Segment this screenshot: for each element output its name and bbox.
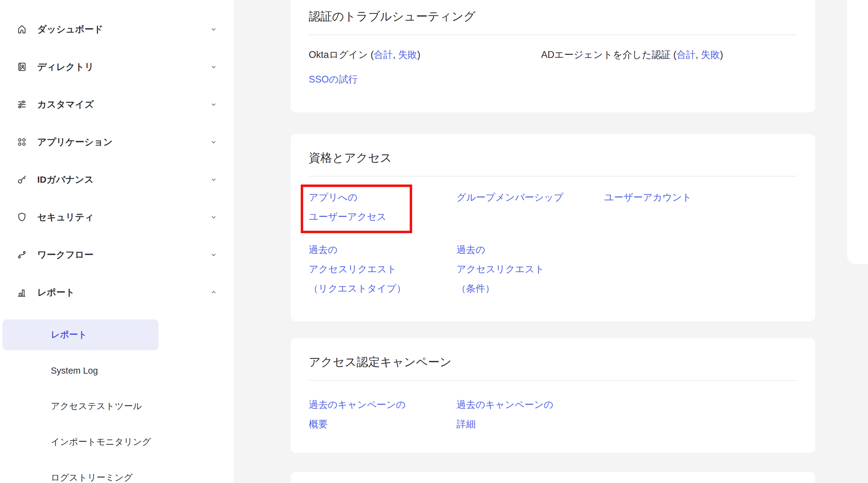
chevron-down-icon [209, 175, 218, 184]
apps-grid-icon [17, 137, 27, 147]
link-line: 過去のキャンペーンの [309, 395, 457, 414]
card-title-entitlements: 資格とアクセス [309, 134, 797, 165]
sidebar-item-dashboard[interactable]: ダッシュボード [0, 10, 234, 48]
sidebar-item-label: アプリケーション [37, 136, 113, 148]
separator: , [695, 49, 701, 60]
link-line: ユーザーアクセス [309, 207, 457, 226]
sidebar-item-label: ダッシュボード [37, 23, 103, 36]
okta-login-failed-link[interactable]: 失敗 [398, 49, 417, 60]
home-icon [17, 24, 27, 34]
sidebar-subitem-label: ログストリーミング [51, 472, 133, 483]
main-content: 認証のトラブルシューティング Oktaログイン (合計, 失敗) ADエージェン… [291, 0, 815, 483]
right-panel-clipped [847, 0, 868, 264]
link-line: （条件） [457, 279, 604, 298]
link-line: 過去のキャンペーンの [457, 395, 604, 414]
report-link-user-accounts[interactable]: ユーザーアカウント [604, 188, 752, 226]
workflow-icon [17, 250, 27, 260]
chevron-down-icon [209, 250, 218, 259]
sidebar-subitem-log-streaming[interactable]: ログストリーミング [0, 460, 234, 483]
sidebar-item-label: IDガバナンス [37, 173, 94, 186]
card-title-campaigns: アクセス認定キャンペーン [309, 338, 797, 369]
sidebar-item-applications[interactable]: アプリケーション [0, 123, 234, 161]
link-line: （リクエストタイプ） [309, 279, 457, 298]
paren-close: ) [417, 49, 421, 60]
governance-key-icon [17, 174, 27, 185]
sidebar-item-label: カスタマイズ [37, 98, 94, 111]
report-link-past-campaign-summary[interactable]: 過去のキャンペーンの 概要 [309, 395, 457, 434]
sidebar-subitem-reports[interactable]: レポート [2, 319, 158, 350]
card-entitlements-access: 資格とアクセス アプリへの ユーザーアクセス グループメンバーシップ ユーザーア… [291, 134, 815, 321]
divider [309, 176, 797, 176]
customize-sliders-icon [17, 99, 27, 110]
report-link-group-membership[interactable]: グループメンバーシップ [457, 188, 604, 226]
ad-agent-auth-report: ADエージェントを介した認証 (合計, 失敗) [541, 48, 723, 62]
card-title-auth: 認証のトラブルシューティング [309, 0, 797, 23]
security-shield-icon [17, 212, 27, 222]
okta-login-total-link[interactable]: 合計 [374, 49, 393, 60]
okta-login-report: Oktaログイン (合計, 失敗) [309, 48, 541, 62]
card-access-certification-campaigns: アクセス認定キャンペーン 過去のキャンペーンの 概要 過去のキャンペーンの 詳細 [291, 338, 815, 453]
sidebar-item-security[interactable]: セキュリティ [0, 198, 234, 236]
report-link-past-access-requests-by-type[interactable]: 過去の アクセスリクエスト （リクエストタイプ） [309, 240, 457, 298]
chevron-down-icon [209, 25, 218, 34]
sidebar-subitem-access-testing-tool[interactable]: アクセステストツール [0, 389, 234, 424]
chevron-up-icon [209, 288, 218, 297]
sidebar-item-customize[interactable]: カスタマイズ [0, 86, 234, 123]
card-clipped-bottom [291, 472, 815, 483]
sidebar-subitem-import-monitoring[interactable]: インポートモニタリング [0, 424, 234, 460]
sidebar-subitem-label: アクセステストツール [51, 400, 142, 413]
report-link-past-access-requests-by-condition[interactable]: 過去の アクセスリクエスト （条件） [457, 240, 604, 298]
divider [309, 34, 797, 35]
chevron-down-icon [209, 212, 218, 222]
sidebar-subitem-label: System Log [51, 366, 98, 376]
sidebar-item-identity-governance[interactable]: IDガバナンス [0, 161, 234, 198]
sidebar: ダッシュボード ディレクトリ カスタマイズ [0, 0, 234, 483]
link-line: グループメンバーシップ [457, 188, 604, 207]
directory-icon [17, 62, 27, 72]
sidebar-item-label: ディレクトリ [37, 61, 94, 73]
link-line: 過去の [309, 240, 457, 259]
separator: , [393, 49, 398, 60]
link-line: アクセスリクエスト [309, 259, 457, 279]
sidebar-item-label: ワークフロー [37, 249, 94, 261]
link-line: アプリへの [309, 188, 457, 207]
sidebar-item-label: レポート [37, 286, 75, 299]
report-link-app-user-access[interactable]: アプリへの ユーザーアクセス [309, 188, 457, 226]
sidebar-subitem-system-log[interactable]: System Log [0, 353, 234, 389]
okta-login-label: Oktaログイン ( [309, 49, 374, 60]
chevron-down-icon [209, 62, 218, 72]
divider [309, 380, 797, 381]
ad-agent-label: ADエージェントを介した認証 ( [541, 49, 677, 60]
ad-agent-total-link[interactable]: 合計 [677, 49, 695, 60]
sso-attempts-link[interactable]: SSOの試行 [309, 74, 358, 85]
sidebar-item-label: セキュリティ [37, 211, 94, 224]
sidebar-item-reports[interactable]: レポート [0, 274, 234, 311]
link-line: アクセスリクエスト [457, 259, 604, 279]
link-line: 過去の [457, 240, 604, 259]
sidebar-item-workflows[interactable]: ワークフロー [0, 236, 234, 274]
paren-close: ) [720, 49, 723, 60]
chevron-down-icon [209, 100, 218, 109]
card-auth-troubleshooting: 認証のトラブルシューティング Oktaログイン (合計, 失敗) ADエージェン… [291, 0, 815, 112]
ad-agent-failed-link[interactable]: 失敗 [701, 49, 720, 60]
reports-bar-chart-icon [17, 287, 27, 297]
sidebar-subitem-label: インポートモニタリング [51, 436, 151, 448]
sidebar-subitem-label: レポート [51, 329, 87, 341]
chevron-down-icon [209, 137, 218, 147]
report-link-past-campaign-details[interactable]: 過去のキャンペーンの 詳細 [457, 395, 604, 434]
sidebar-item-directory[interactable]: ディレクトリ [0, 48, 234, 86]
link-line: 概要 [309, 414, 457, 434]
link-line: ユーザーアカウント [604, 188, 752, 207]
link-line: 詳細 [457, 414, 604, 434]
